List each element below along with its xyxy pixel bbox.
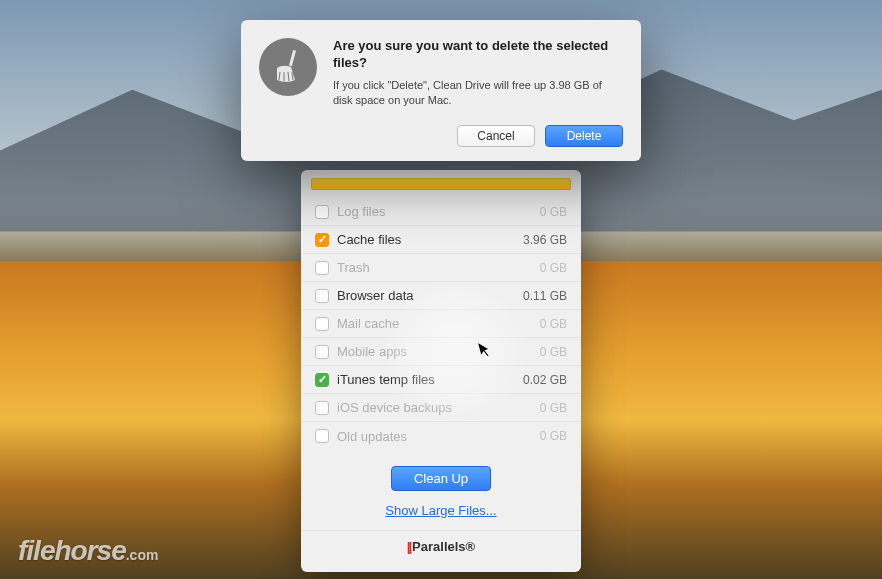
item-label: iTunes temp files xyxy=(337,372,523,387)
checkbox[interactable] xyxy=(315,401,329,415)
show-large-files-link[interactable]: Show Large Files... xyxy=(301,503,581,518)
confirm-delete-dialog: Are you sure you want to delete the sele… xyxy=(241,20,641,161)
list-item[interactable]: Browser data0.11 GB xyxy=(301,282,581,310)
progress-bar xyxy=(311,178,571,190)
checkbox[interactable] xyxy=(315,289,329,303)
window-footer: Clean Up Show Large Files... ||Parallels… xyxy=(301,454,581,572)
item-size: 0 GB xyxy=(540,429,567,443)
checkbox[interactable] xyxy=(315,345,329,359)
item-label: Cache files xyxy=(337,232,523,247)
item-label: Trash xyxy=(337,260,540,275)
checkbox[interactable] xyxy=(315,205,329,219)
item-label: Log files xyxy=(337,204,540,219)
list-item[interactable]: iTunes temp files0.02 GB xyxy=(301,366,581,394)
checkbox[interactable] xyxy=(315,429,329,443)
list-item[interactable]: Mobile apps0 GB xyxy=(301,338,581,366)
clean-drive-window: Log files0 GBCache files3.96 GBTrash0 GB… xyxy=(301,170,581,572)
delete-button[interactable]: Delete xyxy=(545,125,623,147)
item-size: 0.02 GB xyxy=(523,373,567,387)
dialog-message: If you click "Delete", Clean Drive will … xyxy=(333,78,623,109)
broom-icon xyxy=(259,38,317,96)
list-item[interactable]: Trash0 GB xyxy=(301,254,581,282)
item-label: Old updates xyxy=(337,429,540,444)
item-label: Browser data xyxy=(337,288,523,303)
item-size: 0.11 GB xyxy=(523,289,567,303)
item-size: 0 GB xyxy=(540,317,567,331)
list-item[interactable]: Cache files3.96 GB xyxy=(301,226,581,254)
item-size: 0 GB xyxy=(540,261,567,275)
item-label: Mobile apps xyxy=(337,344,540,359)
checkbox[interactable] xyxy=(315,233,329,247)
svg-rect-0 xyxy=(289,50,296,66)
item-size: 0 GB xyxy=(540,205,567,219)
watermark: filehorse.com xyxy=(18,535,158,567)
checkbox[interactable] xyxy=(315,261,329,275)
file-category-list: Log files0 GBCache files3.96 GBTrash0 GB… xyxy=(301,194,581,454)
checkbox[interactable] xyxy=(315,373,329,387)
list-item[interactable]: Log files0 GB xyxy=(301,198,581,226)
dialog-title: Are you sure you want to delete the sele… xyxy=(333,38,623,72)
brand-label: ||Parallels® xyxy=(301,530,581,564)
item-label: Mail cache xyxy=(337,316,540,331)
list-item[interactable]: Mail cache0 GB xyxy=(301,310,581,338)
list-item[interactable]: Old updates0 GB xyxy=(301,422,581,450)
list-item[interactable]: iOS device backups0 GB xyxy=(301,394,581,422)
item-size: 0 GB xyxy=(540,401,567,415)
clean-up-button[interactable]: Clean Up xyxy=(391,466,491,491)
cancel-button[interactable]: Cancel xyxy=(457,125,535,147)
item-size: 0 GB xyxy=(540,345,567,359)
item-size: 3.96 GB xyxy=(523,233,567,247)
checkbox[interactable] xyxy=(315,317,329,331)
item-label: iOS device backups xyxy=(337,400,540,415)
